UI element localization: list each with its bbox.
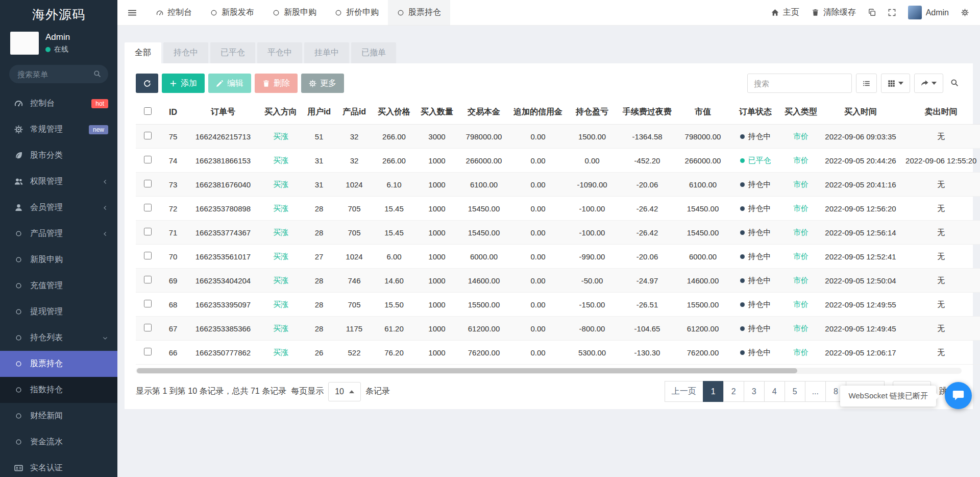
more-button[interactable]: 更多 bbox=[301, 74, 344, 93]
sidebar-item-withdraw-management[interactable]: 提现管理 bbox=[0, 299, 117, 325]
buy-type-value: 市价 bbox=[793, 204, 808, 212]
cell-order_no: 1662353561017 bbox=[187, 245, 259, 269]
row-checkbox[interactable] bbox=[144, 324, 152, 331]
prev-page-button[interactable]: 上一页 bbox=[665, 381, 703, 402]
home-icon bbox=[771, 9, 779, 16]
cell-product_id: 522 bbox=[336, 341, 373, 365]
copy-button[interactable] bbox=[868, 9, 876, 16]
row-checkbox[interactable] bbox=[144, 300, 152, 307]
page-button-3[interactable]: 3 bbox=[744, 381, 765, 402]
sidebar-item-console[interactable]: 控制台hot bbox=[0, 90, 117, 116]
refresh-button[interactable] bbox=[136, 74, 158, 93]
search-toggle-button[interactable] bbox=[947, 79, 962, 88]
sidebar-item-finance-news[interactable]: 财经新闻 bbox=[0, 403, 117, 429]
cell-user_id: 28 bbox=[302, 293, 336, 317]
sidebar-item-ipo-subscription[interactable]: 新股申购 bbox=[0, 247, 117, 273]
sidebar-item-fund-flow[interactable]: 资金流水 bbox=[0, 429, 117, 455]
cell-buy_type: 市价 bbox=[782, 221, 820, 245]
cell-user_id: 28 bbox=[302, 317, 336, 341]
page-button-2[interactable]: 2 bbox=[723, 381, 744, 402]
cell-order_no: 1662353395097 bbox=[187, 293, 259, 317]
cell-fees: -26.42 bbox=[618, 197, 677, 221]
row-checkbox[interactable] bbox=[144, 276, 152, 283]
add-button[interactable]: 添加 bbox=[162, 74, 205, 93]
delete-toolbar-button[interactable]: 删除 bbox=[255, 74, 298, 93]
filter-tab-closed[interactable]: 已平仓 bbox=[210, 42, 255, 63]
filter-tab-canceled[interactable]: 已撤单 bbox=[351, 42, 396, 63]
user-status-label: 在线 bbox=[54, 45, 68, 54]
table-search-input[interactable] bbox=[747, 74, 852, 93]
row-checkbox[interactable] bbox=[144, 348, 152, 355]
page-size-select[interactable]: 10 bbox=[328, 382, 361, 401]
filter-tab-holding[interactable]: 持仓中 bbox=[163, 42, 208, 63]
sidebar-item-label: 资金流水 bbox=[30, 437, 63, 447]
edit-toolbar-button[interactable]: 编辑 bbox=[208, 74, 251, 93]
row-checkbox[interactable] bbox=[144, 180, 152, 187]
admin-menu[interactable]: Admin bbox=[908, 6, 949, 19]
row-checkbox[interactable] bbox=[144, 228, 152, 235]
sidebar-item-member-management[interactable]: 会员管理 bbox=[0, 195, 117, 221]
status-badge: 已平仓 bbox=[740, 156, 771, 165]
status-dot-icon bbox=[740, 182, 745, 187]
scrollbar-thumb[interactable] bbox=[137, 368, 797, 373]
cell-status: 持仓中 bbox=[729, 293, 782, 317]
page-button-4[interactable]: 4 bbox=[764, 381, 785, 402]
row-checkbox[interactable] bbox=[144, 156, 152, 163]
toggle-view-button[interactable] bbox=[856, 74, 877, 93]
cell-buy_time: 2022-09-05 20:41:16 bbox=[820, 173, 901, 197]
nav-tab-console[interactable]: 控制台 bbox=[147, 0, 201, 25]
cell-buy_type: 市价 bbox=[782, 317, 820, 341]
sidebar-item-stock-position[interactable]: 股票持仓 bbox=[0, 351, 117, 377]
sidebar-item-product-management[interactable]: 产品管理 bbox=[0, 221, 117, 247]
row-checkbox[interactable] bbox=[144, 252, 152, 259]
fullscreen-button[interactable] bbox=[888, 9, 896, 16]
user-icon bbox=[13, 203, 23, 212]
sidebar-item-position-list[interactable]: 持仓列表 bbox=[0, 325, 117, 351]
nav-tab-ipo-subscription[interactable]: 新股申购 bbox=[263, 0, 326, 25]
cell-added_credit: 0.00 bbox=[509, 221, 567, 245]
horizontal-scrollbar[interactable] bbox=[136, 368, 962, 374]
cell-buy_time: 2022-09-05 12:49:45 bbox=[820, 317, 901, 341]
menu-toggle-button[interactable] bbox=[117, 0, 147, 25]
nav-tab-stock-position[interactable]: 股票持仓 bbox=[388, 0, 450, 25]
search-icon[interactable] bbox=[93, 70, 101, 78]
settings-button[interactable] bbox=[961, 9, 969, 16]
admin-avatar bbox=[908, 6, 922, 19]
clear-cache-button[interactable]: 清除缓存 bbox=[812, 7, 856, 18]
sidebar-item-realname-auth[interactable]: 实名认证 bbox=[0, 455, 117, 477]
edit-button-label: 编辑 bbox=[227, 78, 243, 89]
online-dot-icon bbox=[45, 47, 51, 52]
cell-buy_price: 15.45 bbox=[373, 221, 415, 245]
direction-value: 买涨 bbox=[273, 180, 288, 188]
filter-tab-pending[interactable]: 挂单中 bbox=[304, 42, 349, 63]
nav-tab-ipo-publish[interactable]: 新股发布 bbox=[201, 0, 263, 25]
home-button[interactable]: 主页 bbox=[771, 7, 799, 18]
page-button-1[interactable]: 1 bbox=[703, 381, 724, 402]
export-button[interactable] bbox=[914, 74, 943, 93]
trash-icon bbox=[812, 9, 819, 16]
circle-icon bbox=[335, 9, 342, 16]
nav-tab-discount-subscription[interactable]: 折价申购 bbox=[326, 0, 388, 25]
chevron-down-icon bbox=[102, 335, 108, 341]
table-header-row: ID订单号买入方向用户id产品id买入价格买入数量交易本金追加的信用金持仓盈亏手… bbox=[136, 100, 980, 125]
sidebar-item-permission-management[interactable]: 权限管理 bbox=[0, 169, 117, 195]
chat-bubble-button[interactable] bbox=[945, 382, 972, 409]
per-page-suffix: 条记录 bbox=[365, 386, 390, 397]
row-checkbox[interactable] bbox=[144, 132, 152, 139]
cell-direction: 买涨 bbox=[259, 293, 302, 317]
row-checkbox[interactable] bbox=[144, 204, 152, 211]
cell-buy_qty: 1000 bbox=[415, 245, 458, 269]
columns-button[interactable] bbox=[881, 74, 910, 93]
sidebar-item-index-position[interactable]: 指数持仓 bbox=[0, 377, 117, 403]
cell-added_credit: 0.00 bbox=[509, 269, 567, 293]
sidebar-item-stock-category[interactable]: 股市分类 bbox=[0, 142, 117, 169]
page-button-5[interactable]: 5 bbox=[785, 381, 805, 402]
select-all-checkbox[interactable] bbox=[144, 107, 152, 115]
sidebar-item-general-management[interactable]: 常规管理new bbox=[0, 116, 117, 142]
cell-buy_type: 市价 bbox=[782, 149, 820, 173]
filter-tab-closing[interactable]: 平仓中 bbox=[257, 42, 302, 63]
sidebar-item-recharge-management[interactable]: 充值管理 bbox=[0, 273, 117, 299]
cell-direction: 买涨 bbox=[259, 341, 302, 365]
status-dot-icon bbox=[740, 278, 745, 283]
filter-tab-all[interactable]: 全部 bbox=[125, 42, 161, 63]
